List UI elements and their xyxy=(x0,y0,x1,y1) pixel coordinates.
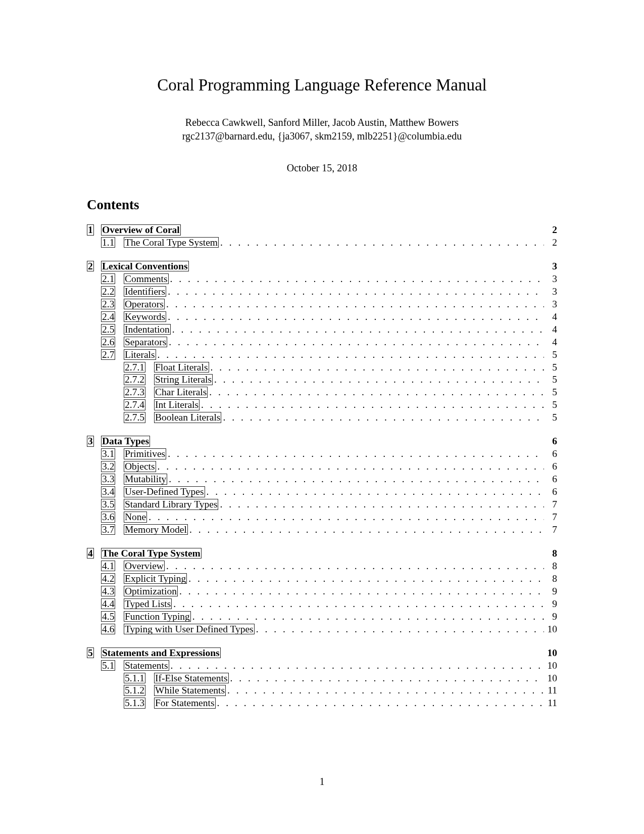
toc-entry-number[interactable]: 2.7.2 xyxy=(124,374,154,386)
toc-entry-page[interactable]: 5 xyxy=(544,411,557,424)
toc-entry-page[interactable]: 2 xyxy=(544,224,557,237)
toc-entry-label[interactable]: Function Typing xyxy=(124,611,191,623)
toc-entry-label[interactable]: Primitives xyxy=(124,448,166,460)
toc-entry-label[interactable]: Lexical Conventions xyxy=(101,260,189,273)
toc-entry-page[interactable]: 6 xyxy=(544,486,557,498)
toc-entry-number[interactable]: 5.1.2 xyxy=(124,684,154,697)
toc-entry-number[interactable]: 2.7 xyxy=(101,349,124,361)
toc-entry-number[interactable]: 2 xyxy=(87,260,101,273)
toc-entry-number[interactable]: 2.7.5 xyxy=(124,411,154,424)
toc-entry-label[interactable]: Memory Model xyxy=(124,524,188,536)
toc-entry[interactable]: 2.2Identifiers. . . . . . . . . . . . . … xyxy=(87,286,557,298)
toc-entry-page[interactable]: 4 xyxy=(544,336,557,349)
toc-entry[interactable]: 4.3Optimization. . . . . . . . . . . . .… xyxy=(87,585,557,598)
toc-entry-number[interactable]: 5.1.1 xyxy=(124,672,154,685)
toc-entry-label[interactable]: Optimization xyxy=(124,585,178,598)
toc-entry-page[interactable]: 10 xyxy=(544,672,557,685)
toc-entry-number[interactable]: 2.5 xyxy=(101,323,124,336)
toc-entry[interactable]: 2Lexical Conventions3 xyxy=(87,260,557,273)
toc-entry[interactable]: 2.7.2String Literals. . . . . . . . . . … xyxy=(87,374,557,386)
toc-entry-label[interactable]: The Coral Type System xyxy=(124,237,219,249)
toc-entry-label[interactable]: Typed Lists xyxy=(124,598,172,611)
toc-entry-page[interactable]: 10 xyxy=(544,647,557,660)
toc-entry[interactable]: 4The Coral Type System8 xyxy=(87,547,557,560)
toc-entry[interactable]: 5.1Statements. . . . . . . . . . . . . .… xyxy=(87,660,557,672)
toc-entry-label[interactable]: Boolean Literals xyxy=(154,411,221,424)
toc-entry-label[interactable]: String Literals xyxy=(154,374,213,386)
toc-entry-label[interactable]: Objects xyxy=(124,460,156,473)
toc-entry-page[interactable]: 4 xyxy=(544,311,557,323)
toc-entry-number[interactable]: 2.7.4 xyxy=(124,399,154,411)
toc-entry-page[interactable]: 4 xyxy=(544,323,557,336)
toc-entry-page[interactable]: 5 xyxy=(544,374,557,386)
toc-entry-label[interactable]: Literals xyxy=(124,349,156,361)
toc-entry-number[interactable]: 5.1.3 xyxy=(124,697,154,710)
toc-entry-label[interactable]: Standard Library Types xyxy=(124,498,218,511)
toc-entry-label[interactable]: Data Types xyxy=(101,435,150,448)
toc-entry-number[interactable]: 3.4 xyxy=(101,486,124,498)
toc-entry[interactable]: 4.5Function Typing. . . . . . . . . . . … xyxy=(87,611,557,623)
toc-entry-number[interactable]: 3.5 xyxy=(101,498,124,511)
toc-entry-label[interactable]: Typing with User Defined Types xyxy=(124,623,255,636)
toc-entry-label[interactable]: Overview xyxy=(124,560,165,573)
toc-entry-number[interactable]: 2.6 xyxy=(101,336,124,349)
toc-entry[interactable]: 3.6None. . . . . . . . . . . . . . . . .… xyxy=(87,511,557,524)
toc-entry-label[interactable]: Identifiers xyxy=(124,286,166,298)
toc-entry-number[interactable]: 1 xyxy=(87,224,101,237)
toc-entry-label[interactable]: If-Else Statements xyxy=(154,672,229,685)
toc-entry-page[interactable]: 10 xyxy=(544,623,557,636)
toc-entry[interactable]: 2.7.4Int Literals. . . . . . . . . . . .… xyxy=(87,399,557,411)
toc-entry-number[interactable]: 3.2 xyxy=(101,460,124,473)
toc-entry[interactable]: 4.1Overview. . . . . . . . . . . . . . .… xyxy=(87,560,557,573)
toc-entry[interactable]: 5.1.2While Statements. . . . . . . . . .… xyxy=(87,684,557,697)
toc-entry-number[interactable]: 4.3 xyxy=(101,585,124,598)
toc-entry[interactable]: 2.3Operators. . . . . . . . . . . . . . … xyxy=(87,298,557,311)
toc-entry-number[interactable]: 3.1 xyxy=(101,448,124,460)
toc-entry[interactable]: 3.5Standard Library Types. . . . . . . .… xyxy=(87,498,557,511)
toc-entry[interactable]: 2.6Separators. . . . . . . . . . . . . .… xyxy=(87,336,557,349)
toc-entry[interactable]: 2.7.5Boolean Literals. . . . . . . . . .… xyxy=(87,411,557,424)
toc-entry-number[interactable]: 2.2 xyxy=(101,286,124,298)
toc-entry-page[interactable]: 6 xyxy=(544,473,557,486)
toc-entry[interactable]: 1.1The Coral Type System. . . . . . . . … xyxy=(87,237,557,249)
toc-entry-label[interactable]: Int Literals xyxy=(154,399,200,411)
toc-entry-label[interactable]: Float Literals xyxy=(154,361,209,374)
toc-entry-page[interactable]: 5 xyxy=(544,386,557,399)
toc-entry-number[interactable]: 3.6 xyxy=(101,511,124,524)
toc-entry-page[interactable]: 3 xyxy=(544,298,557,311)
toc-entry-number[interactable]: 3 xyxy=(87,435,101,448)
toc-entry[interactable]: 5.1.1If-Else Statements. . . . . . . . .… xyxy=(87,672,557,685)
toc-entry-number[interactable]: 3.7 xyxy=(101,524,124,536)
toc-entry[interactable]: 3.4User-Defined Types. . . . . . . . . .… xyxy=(87,486,557,498)
toc-entry-number[interactable]: 3.3 xyxy=(101,473,124,486)
toc-entry-label[interactable]: While Statements xyxy=(154,684,226,697)
toc-entry-label[interactable]: Overview of Coral xyxy=(101,224,181,237)
toc-entry-page[interactable]: 9 xyxy=(544,611,557,623)
toc-entry-page[interactable]: 7 xyxy=(544,498,557,511)
toc-entry-number[interactable]: 2.7.1 xyxy=(124,361,154,374)
toc-entry-page[interactable]: 11 xyxy=(544,684,557,697)
toc-entry-number[interactable]: 2.3 xyxy=(101,298,124,311)
toc-entry[interactable]: 3.1Primitives. . . . . . . . . . . . . .… xyxy=(87,448,557,460)
toc-entry-page[interactable]: 8 xyxy=(544,560,557,573)
toc-entry-number[interactable]: 5 xyxy=(87,647,101,660)
toc-entry-number[interactable]: 1.1 xyxy=(101,237,124,249)
toc-entry-label[interactable]: Mutability xyxy=(124,473,167,486)
toc-entry-page[interactable]: 6 xyxy=(544,460,557,473)
toc-entry-page[interactable]: 8 xyxy=(544,547,557,560)
toc-entry-label[interactable]: Keywords xyxy=(124,311,166,323)
toc-entry-page[interactable]: 3 xyxy=(544,273,557,286)
toc-entry-number[interactable]: 2.1 xyxy=(101,273,124,286)
toc-entry[interactable]: 2.7.3Char Literals. . . . . . . . . . . … xyxy=(87,386,557,399)
toc-entry[interactable]: 2.7Literals. . . . . . . . . . . . . . .… xyxy=(87,349,557,361)
toc-entry-page[interactable]: 7 xyxy=(544,511,557,524)
toc-entry-page[interactable]: 5 xyxy=(544,349,557,361)
toc-entry-number[interactable]: 4.2 xyxy=(101,573,124,585)
toc-entry-label[interactable]: Explicit Typing xyxy=(124,573,187,585)
toc-entry-page[interactable]: 3 xyxy=(544,286,557,298)
toc-entry-label[interactable]: For Statements xyxy=(154,697,216,710)
toc-entry-label[interactable]: Comments xyxy=(124,273,169,286)
toc-entry-label[interactable]: User-Defined Types xyxy=(124,486,205,498)
toc-entry[interactable]: 3.7Memory Model. . . . . . . . . . . . .… xyxy=(87,524,557,536)
toc-entry[interactable]: 3.3Mutability. . . . . . . . . . . . . .… xyxy=(87,473,557,486)
